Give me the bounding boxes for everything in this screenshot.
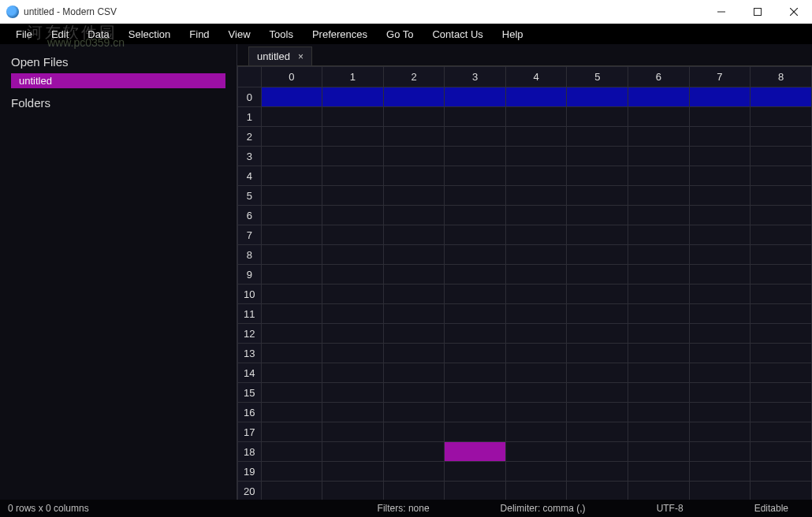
row-header[interactable]: 7 [238,225,262,245]
cell[interactable] [689,186,751,206]
row-header[interactable]: 0 [238,87,262,107]
menu-contact-us[interactable]: Contact Us [423,26,492,43]
cell[interactable] [261,265,322,285]
cell[interactable] [261,324,322,344]
cell[interactable] [505,147,567,166]
cell[interactable] [445,383,506,403]
cell[interactable] [505,344,567,363]
menu-file[interactable]: File [6,26,42,43]
cell[interactable] [261,245,322,265]
cell[interactable] [261,166,322,186]
cell[interactable] [322,107,384,127]
cell[interactable] [261,285,322,304]
cell[interactable] [383,383,445,403]
cell[interactable] [505,225,567,245]
cell[interactable] [445,403,506,422]
cell[interactable] [261,107,322,127]
cell[interactable] [751,285,812,304]
cell[interactable] [505,206,567,225]
cell[interactable] [689,383,751,403]
cell[interactable] [322,206,384,225]
cell[interactable] [505,87,567,107]
cell[interactable] [261,403,322,422]
cell[interactable] [751,87,812,107]
cell[interactable] [261,304,322,324]
cell[interactable] [445,245,506,265]
cell[interactable] [322,285,384,304]
cell[interactable] [689,285,751,304]
cell[interactable] [322,147,384,166]
cell[interactable] [751,383,812,403]
row-header[interactable]: 2 [238,127,262,147]
cell[interactable] [383,225,445,245]
cell[interactable] [383,285,445,304]
cell[interactable] [322,265,384,285]
cell[interactable] [567,462,628,482]
cell[interactable] [751,462,812,482]
row-header[interactable]: 9 [238,265,262,285]
cell[interactable] [505,127,567,147]
cell[interactable] [751,166,812,186]
cell[interactable] [751,127,812,147]
cell[interactable] [751,245,812,265]
col-header[interactable]: 0 [261,67,322,87]
cell[interactable] [383,344,445,363]
row-header[interactable]: 3 [238,147,262,166]
cell[interactable] [751,344,812,363]
menu-help[interactable]: Help [493,26,533,43]
cell[interactable] [445,304,506,324]
cell[interactable] [383,166,445,186]
cell[interactable] [751,403,812,422]
cell[interactable] [322,127,384,147]
row-header[interactable]: 17 [238,422,262,442]
cell[interactable] [751,206,812,225]
cell[interactable] [567,344,628,363]
cell[interactable] [505,482,567,500]
cell[interactable] [505,166,567,186]
cell[interactable] [628,127,690,147]
cell[interactable] [751,304,812,324]
tab-untitled[interactable]: untitled × [248,46,312,65]
cell[interactable] [567,147,628,166]
cell[interactable] [751,107,812,127]
row-header[interactable]: 18 [238,442,262,462]
cell[interactable] [505,462,567,482]
cell[interactable] [567,87,628,107]
row-header[interactable]: 10 [238,285,262,304]
cell[interactable] [322,324,384,344]
cell[interactable] [689,265,751,285]
cell[interactable] [383,482,445,500]
cell[interactable] [445,107,506,127]
cell[interactable] [322,344,384,363]
cell[interactable] [567,285,628,304]
cell[interactable] [261,206,322,225]
cell[interactable] [689,324,751,344]
cell[interactable] [628,225,690,245]
cell[interactable] [322,245,384,265]
cell[interactable] [322,304,384,324]
cell[interactable] [628,363,690,383]
cell[interactable] [689,206,751,225]
cell[interactable] [567,206,628,225]
cell[interactable] [751,324,812,344]
cell[interactable] [383,304,445,324]
cell[interactable] [505,363,567,383]
row-header[interactable]: 4 [238,166,262,186]
cell[interactable] [628,245,690,265]
cell[interactable] [322,166,384,186]
cell[interactable] [505,107,567,127]
cell[interactable] [628,147,690,166]
menu-go-to[interactable]: Go To [377,26,423,43]
cell[interactable] [322,422,384,442]
cell[interactable] [445,206,506,225]
cell[interactable] [322,87,384,107]
cell[interactable] [628,166,690,186]
menu-edit[interactable]: Edit [42,26,78,43]
cell[interactable] [505,324,567,344]
cell[interactable] [689,225,751,245]
cell[interactable] [505,265,567,285]
col-header[interactable]: 3 [445,67,506,87]
cell[interactable] [445,285,506,304]
row-header[interactable]: 11 [238,304,262,324]
cell[interactable] [445,462,506,482]
